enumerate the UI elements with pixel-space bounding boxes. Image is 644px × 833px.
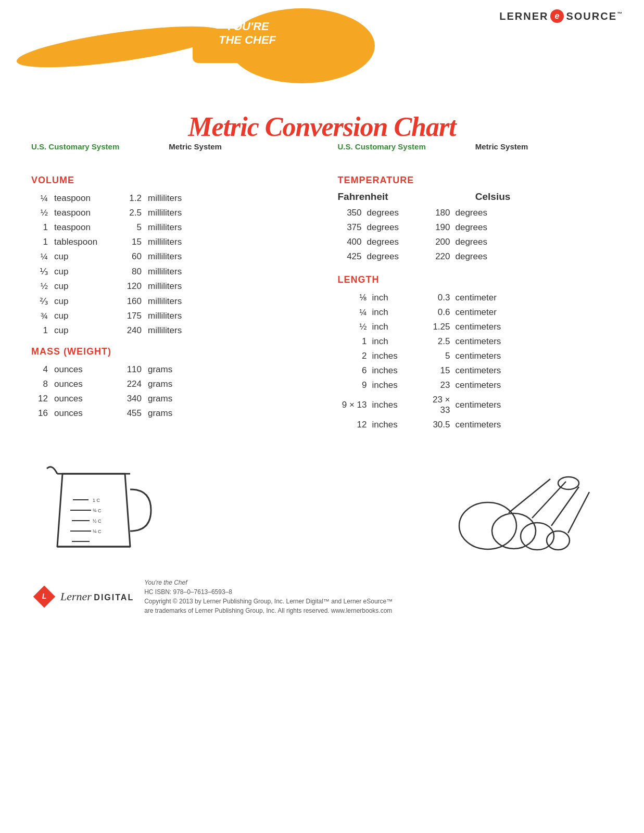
volume-metric-unit: milliliters <box>144 191 307 206</box>
svg-text:L: L <box>42 592 47 600</box>
volume-qty: ⅔ <box>31 294 50 309</box>
volume-metric-unit: milliliters <box>144 235 307 249</box>
length-qty: 2 <box>338 349 369 363</box>
length-metric-unit: centimeter <box>452 291 613 305</box>
temperature-section: TEMPERATURE Fahrenheit Celsius 350 degre… <box>338 175 613 264</box>
length-row: 9 × 13 inches 23 × 33 centimeters <box>338 393 613 418</box>
length-label: LENGTH <box>338 274 613 285</box>
mass-metric-num: 224 <box>118 377 144 392</box>
volume-metric-unit: milliliters <box>144 323 307 338</box>
length-unit: inches <box>369 363 421 378</box>
length-metric-unit: centimeters <box>452 393 613 418</box>
length-unit: inches <box>369 393 421 418</box>
length-metric-num: 5 <box>421 349 452 363</box>
length-unit: inch <box>369 334 421 349</box>
mass-label: MASS (WEIGHT) <box>31 346 307 357</box>
volume-metric-unit: milliliters <box>144 309 307 323</box>
volume-qty: 1 <box>31 323 50 338</box>
volume-metric-num: 5 <box>118 220 144 235</box>
length-row: 1 inch 2.5 centimeters <box>338 334 613 349</box>
volume-table: ¼ teaspoon 1.2 milliliters ½ teaspoon 2.… <box>31 191 307 338</box>
measuring-cup-illustration: 1 C ¾ C ½ C ¼ C <box>42 458 156 562</box>
lerner-logo: LERNER e SOURCE™ <box>499 9 623 23</box>
svg-text:½ C: ½ C <box>93 519 102 524</box>
volume-qty: ⅓ <box>31 264 50 279</box>
length-table: ⅛ inch 0.3 centimeter ¼ inch 0.6 centime… <box>338 291 613 432</box>
volume-row: ½ teaspoon 2.5 milliliters <box>31 206 307 220</box>
mass-metric-num: 455 <box>118 406 144 421</box>
volume-row: ¼ cup 60 milliliters <box>31 249 307 264</box>
mass-qty: 4 <box>31 362 50 377</box>
footer: L Lerner DIGITAL You're the Chef HC ISBN… <box>0 573 644 626</box>
temp-c-unit: degrees <box>452 249 613 264</box>
length-row: ½ inch 1.25 centimeters <box>338 320 613 334</box>
volume-metric-unit: milliliters <box>144 220 307 235</box>
svg-point-16 <box>492 513 536 549</box>
volume-metric-num: 60 <box>118 249 144 264</box>
volume-metric-num: 175 <box>118 309 144 323</box>
temp-c-num: 220 <box>426 249 452 264</box>
mass-metric-unit: grams <box>144 392 307 406</box>
volume-qty: ¾ <box>31 309 50 323</box>
mass-metric-unit: grams <box>144 362 307 377</box>
column-headers: U.S. Customary System Metric System U.S.… <box>0 142 644 151</box>
volume-unit: tablespoon <box>50 235 118 249</box>
svg-point-14 <box>459 502 516 549</box>
volume-metric-num: 240 <box>118 323 144 338</box>
length-unit: inches <box>369 418 421 432</box>
length-unit: inches <box>369 349 421 363</box>
length-row: 6 inches 15 centimeters <box>338 363 613 378</box>
length-qty: 9 <box>338 378 369 393</box>
temp-f-num: 425 <box>338 249 364 264</box>
volume-unit: teaspoon <box>50 191 118 206</box>
temp-f-unit: degrees <box>364 206 426 220</box>
mass-metric-unit: grams <box>144 406 307 421</box>
volume-metric-num: 2.5 <box>118 206 144 220</box>
temp-f-unit: degrees <box>364 249 426 264</box>
volume-row: ⅓ cup 80 milliliters <box>31 264 307 279</box>
mass-row: 16 ounces 455 grams <box>31 406 307 421</box>
mass-qty: 8 <box>31 377 50 392</box>
length-metric-num: 0.6 <box>421 305 452 320</box>
mass-metric-num: 340 <box>118 392 144 406</box>
left-column: VOLUME ¼ teaspoon 1.2 milliliters ½ teas… <box>31 167 322 443</box>
temp-row: 375 degrees 190 degrees <box>338 220 613 235</box>
measuring-spoons-illustration <box>446 458 602 562</box>
volume-row: 1 teaspoon 5 milliliters <box>31 220 307 235</box>
length-metric-num: 23 × 33 <box>421 393 452 418</box>
temp-f-num: 400 <box>338 235 364 249</box>
mass-table: 4 ounces 110 grams 8 ounces 224 grams 12… <box>31 362 307 421</box>
volume-metric-unit: milliliters <box>144 249 307 264</box>
us-customary-label-left: U.S. Customary System <box>31 142 169 151</box>
mass-row: 12 ounces 340 grams <box>31 392 307 406</box>
temp-row: 425 degrees 220 degrees <box>338 249 613 264</box>
mass-row: 4 ounces 110 grams <box>31 362 307 377</box>
volume-metric-unit: milliliters <box>144 264 307 279</box>
length-metric-unit: centimeters <box>452 334 613 349</box>
length-metric-unit: centimeters <box>452 320 613 334</box>
right-column: TEMPERATURE Fahrenheit Celsius 350 degre… <box>322 167 613 443</box>
volume-unit: cup <box>50 264 118 279</box>
temp-c-unit: degrees <box>452 220 613 235</box>
page-title: Metric Conversion Chart <box>0 111 644 142</box>
mass-unit: ounces <box>50 377 118 392</box>
volume-unit: cup <box>50 294 118 309</box>
volume-metric-num: 80 <box>118 264 144 279</box>
volume-metric-num: 15 <box>118 235 144 249</box>
length-qty: 6 <box>338 363 369 378</box>
volume-row: ¼ teaspoon 1.2 milliliters <box>31 191 307 206</box>
mass-unit: ounces <box>50 406 118 421</box>
mass-metric-unit: grams <box>144 377 307 392</box>
svg-point-22 <box>558 477 579 489</box>
volume-metric-unit: milliliters <box>144 206 307 220</box>
volume-qty: ½ <box>31 279 50 294</box>
volume-label: VOLUME <box>31 175 307 186</box>
volume-unit: cup <box>50 323 118 338</box>
volume-row: ¾ cup 175 milliliters <box>31 309 307 323</box>
temp-f-unit: degrees <box>364 220 426 235</box>
svg-text:¾ C: ¾ C <box>93 508 102 513</box>
us-customary-label-right: U.S. Customary System <box>338 142 475 151</box>
svg-line-15 <box>509 479 550 513</box>
length-metric-unit: centimeters <box>452 418 613 432</box>
length-metric-num: 1.25 <box>421 320 452 334</box>
